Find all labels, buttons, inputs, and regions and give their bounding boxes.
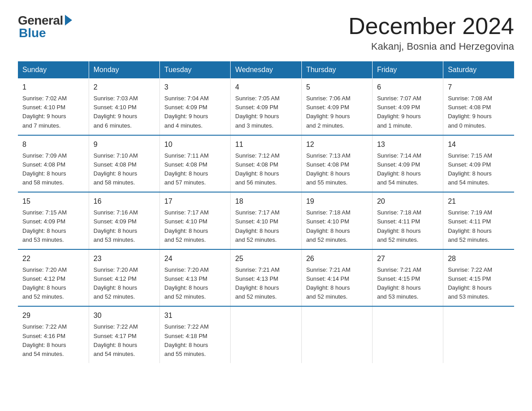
calendar-cell: 5Sunrise: 7:06 AMSunset: 4:09 PMDaylight… <box>301 78 372 135</box>
calendar-cell <box>372 306 443 363</box>
day-info: Sunrise: 7:10 AMSunset: 4:08 PMDaylight:… <box>94 151 155 188</box>
day-info: Sunrise: 7:22 AMSunset: 4:16 PMDaylight:… <box>22 322 84 359</box>
calendar-cell <box>301 306 372 363</box>
day-info: Sunrise: 7:15 AMSunset: 4:09 PMDaylight:… <box>448 151 510 188</box>
day-number: 24 <box>164 253 226 264</box>
day-number: 20 <box>377 196 438 207</box>
calendar-cell: 1Sunrise: 7:02 AMSunset: 4:10 PMDaylight… <box>18 78 89 135</box>
day-info: Sunrise: 7:20 AMSunset: 4:13 PMDaylight:… <box>164 265 226 302</box>
day-number: 2 <box>94 82 155 93</box>
day-number: 7 <box>448 82 510 93</box>
day-number: 9 <box>94 139 155 150</box>
day-number: 13 <box>377 139 438 150</box>
header-friday: Friday <box>372 61 443 78</box>
day-number: 25 <box>235 253 296 264</box>
calendar-cell: 14Sunrise: 7:15 AMSunset: 4:09 PMDayligh… <box>443 135 514 193</box>
day-info: Sunrise: 7:20 AMSunset: 4:12 PMDaylight:… <box>22 265 84 302</box>
day-number: 27 <box>377 253 438 264</box>
day-info: Sunrise: 7:02 AMSunset: 4:10 PMDaylight:… <box>22 94 84 130</box>
calendar-cell: 4Sunrise: 7:05 AMSunset: 4:09 PMDaylight… <box>231 78 301 135</box>
day-number: 26 <box>306 253 368 264</box>
calendar-cell: 27Sunrise: 7:21 AMSunset: 4:15 PMDayligh… <box>372 249 443 307</box>
month-title: December 2024 <box>348 13 514 39</box>
day-info: Sunrise: 7:22 AMSunset: 4:18 PMDaylight:… <box>164 322 226 359</box>
day-number: 21 <box>448 196 510 207</box>
calendar-cell: 8Sunrise: 7:09 AMSunset: 4:08 PMDaylight… <box>18 135 89 193</box>
day-info: Sunrise: 7:22 AMSunset: 4:17 PMDaylight:… <box>94 322 155 359</box>
location-subtitle: Kakanj, Bosnia and Herzegovina <box>348 41 514 52</box>
calendar-cell: 26Sunrise: 7:21 AMSunset: 4:14 PMDayligh… <box>301 249 372 307</box>
day-number: 5 <box>306 82 368 93</box>
day-info: Sunrise: 7:17 AMSunset: 4:10 PMDaylight:… <box>164 208 226 244</box>
day-number: 3 <box>164 82 226 93</box>
calendar-week-row: 29Sunrise: 7:22 AMSunset: 4:16 PMDayligh… <box>18 306 514 363</box>
calendar-cell: 13Sunrise: 7:14 AMSunset: 4:09 PMDayligh… <box>372 135 443 193</box>
day-info: Sunrise: 7:05 AMSunset: 4:09 PMDaylight:… <box>235 94 296 130</box>
day-number: 8 <box>22 139 84 150</box>
calendar-cell: 16Sunrise: 7:16 AMSunset: 4:09 PMDayligh… <box>89 192 159 249</box>
calendar-cell: 24Sunrise: 7:20 AMSunset: 4:13 PMDayligh… <box>160 249 231 307</box>
day-info: Sunrise: 7:21 AMSunset: 4:15 PMDaylight:… <box>377 265 438 302</box>
title-area: December 2024 Kakanj, Bosnia and Herzego… <box>348 13 514 52</box>
day-number: 19 <box>306 196 368 207</box>
day-info: Sunrise: 7:14 AMSunset: 4:09 PMDaylight:… <box>377 151 438 188</box>
calendar-week-row: 1Sunrise: 7:02 AMSunset: 4:10 PMDaylight… <box>18 78 514 135</box>
header-saturday: Saturday <box>443 61 514 78</box>
calendar-cell: 22Sunrise: 7:20 AMSunset: 4:12 PMDayligh… <box>18 249 89 307</box>
day-number: 6 <box>377 82 438 93</box>
header-thursday: Thursday <box>301 61 372 78</box>
calendar-cell: 2Sunrise: 7:03 AMSunset: 4:10 PMDaylight… <box>89 78 159 135</box>
logo-arrow-icon <box>65 15 72 26</box>
calendar-cell: 31Sunrise: 7:22 AMSunset: 4:18 PMDayligh… <box>160 306 231 363</box>
day-info: Sunrise: 7:18 AMSunset: 4:11 PMDaylight:… <box>377 208 438 244</box>
header-sunday: Sunday <box>18 61 89 78</box>
calendar-cell: 10Sunrise: 7:11 AMSunset: 4:08 PMDayligh… <box>160 135 231 193</box>
calendar-cell: 25Sunrise: 7:21 AMSunset: 4:13 PMDayligh… <box>231 249 301 307</box>
day-number: 15 <box>22 196 84 207</box>
calendar-cell: 9Sunrise: 7:10 AMSunset: 4:08 PMDaylight… <box>89 135 159 193</box>
day-info: Sunrise: 7:03 AMSunset: 4:10 PMDaylight:… <box>94 94 155 130</box>
calendar-cell: 6Sunrise: 7:07 AMSunset: 4:09 PMDaylight… <box>372 78 443 135</box>
calendar-cell: 29Sunrise: 7:22 AMSunset: 4:16 PMDayligh… <box>18 306 89 363</box>
day-number: 22 <box>22 253 84 264</box>
day-info: Sunrise: 7:04 AMSunset: 4:09 PMDaylight:… <box>164 94 226 130</box>
header-wednesday: Wednesday <box>231 61 301 78</box>
day-number: 4 <box>235 82 296 93</box>
calendar-week-row: 8Sunrise: 7:09 AMSunset: 4:08 PMDaylight… <box>18 135 514 193</box>
day-number: 28 <box>448 253 510 264</box>
day-number: 23 <box>94 253 155 264</box>
calendar-cell: 19Sunrise: 7:18 AMSunset: 4:10 PMDayligh… <box>301 192 372 249</box>
calendar-header-row: SundayMondayTuesdayWednesdayThursdayFrid… <box>18 61 514 78</box>
day-info: Sunrise: 7:08 AMSunset: 4:08 PMDaylight:… <box>448 94 510 130</box>
day-number: 11 <box>235 139 296 150</box>
day-info: Sunrise: 7:11 AMSunset: 4:08 PMDaylight:… <box>164 151 226 188</box>
day-number: 12 <box>306 139 368 150</box>
day-info: Sunrise: 7:09 AMSunset: 4:08 PMDaylight:… <box>22 151 84 188</box>
day-info: Sunrise: 7:12 AMSunset: 4:08 PMDaylight:… <box>235 151 296 188</box>
header-tuesday: Tuesday <box>160 61 231 78</box>
page-header: General Blue December 2024 Kakanj, Bosni… <box>18 13 514 52</box>
day-info: Sunrise: 7:22 AMSunset: 4:15 PMDaylight:… <box>448 265 510 302</box>
day-number: 18 <box>235 196 296 207</box>
day-number: 14 <box>448 139 510 150</box>
calendar-cell: 28Sunrise: 7:22 AMSunset: 4:15 PMDayligh… <box>443 249 514 307</box>
header-monday: Monday <box>89 61 159 78</box>
calendar-week-row: 22Sunrise: 7:20 AMSunset: 4:12 PMDayligh… <box>18 249 514 307</box>
day-number: 16 <box>94 196 155 207</box>
logo: General Blue <box>18 13 72 40</box>
calendar-cell: 23Sunrise: 7:20 AMSunset: 4:12 PMDayligh… <box>89 249 159 307</box>
calendar-cell: 17Sunrise: 7:17 AMSunset: 4:10 PMDayligh… <box>160 192 231 249</box>
calendar-week-row: 15Sunrise: 7:15 AMSunset: 4:09 PMDayligh… <box>18 192 514 249</box>
calendar-cell: 12Sunrise: 7:13 AMSunset: 4:08 PMDayligh… <box>301 135 372 193</box>
calendar-table: SundayMondayTuesdayWednesdayThursdayFrid… <box>18 61 514 363</box>
day-number: 31 <box>164 310 226 321</box>
day-info: Sunrise: 7:15 AMSunset: 4:09 PMDaylight:… <box>22 208 84 244</box>
day-number: 30 <box>94 310 155 321</box>
calendar-cell: 15Sunrise: 7:15 AMSunset: 4:09 PMDayligh… <box>18 192 89 249</box>
calendar-cell: 7Sunrise: 7:08 AMSunset: 4:08 PMDaylight… <box>443 78 514 135</box>
day-info: Sunrise: 7:06 AMSunset: 4:09 PMDaylight:… <box>306 94 368 130</box>
calendar-cell: 11Sunrise: 7:12 AMSunset: 4:08 PMDayligh… <box>231 135 301 193</box>
day-info: Sunrise: 7:17 AMSunset: 4:10 PMDaylight:… <box>235 208 296 244</box>
day-number: 1 <box>22 82 84 93</box>
logo-blue-text: Blue <box>19 26 46 40</box>
